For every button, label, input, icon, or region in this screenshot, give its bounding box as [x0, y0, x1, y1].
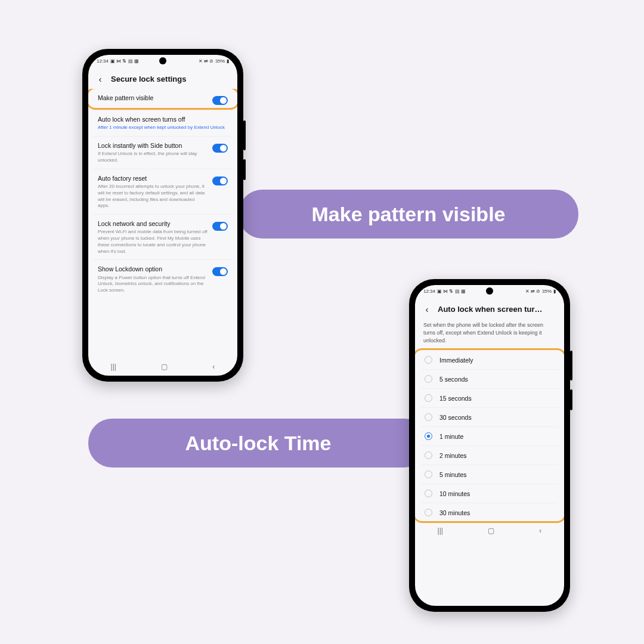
option-label: 2 minutes	[439, 452, 467, 459]
status-bar: 12:34 ▣ ⋈ ⇅ ▤ ▦ ✕ ⇄ ⊘ 35% ▮	[415, 285, 564, 298]
row-label: Lock network and security	[98, 219, 208, 228]
row-lock-network-security[interactable]: Lock network and security Prevent Wi-Fi …	[93, 215, 233, 260]
settings-list: Make pattern visible Auto lock when scre…	[88, 89, 237, 358]
radio-icon[interactable]	[425, 509, 432, 516]
row-label: Lock instantly with Side button	[98, 141, 208, 150]
row-label: Auto lock when screen turns off	[98, 115, 228, 123]
row-make-pattern-visible[interactable]: Make pattern visible	[93, 89, 233, 110]
row-show-lockdown-option[interactable]: Show Lockdown option Display a Power but…	[93, 260, 233, 299]
phone-screen: 12:34 ▣ ⋈ ⇅ ▤ ▦ ✕ ⇄ ⊘ 35% ▮ ‹ Secure loc…	[88, 55, 237, 376]
row-description: If Extend Unlock is in effect, the phone…	[98, 151, 208, 164]
option-5-seconds[interactable]: 5 seconds	[421, 370, 558, 389]
toggle-switch[interactable]	[212, 96, 228, 105]
back-icon[interactable]: ‹	[422, 304, 432, 314]
status-left-icons: ▣ ⋈ ⇅ ▤ ▦	[437, 289, 466, 294]
intro-text: Set when the phone will be locked after …	[415, 319, 564, 351]
navigation-bar: ||| ▢ ‹	[415, 522, 564, 540]
option-label: Immediately	[439, 357, 473, 364]
header: ‹ Secure lock settings	[88, 68, 237, 89]
option-label: 30 minutes	[439, 509, 470, 516]
row-auto-lock[interactable]: Auto lock when screen turns off After 1 …	[93, 110, 233, 137]
phone-auto-lock: 12:34 ▣ ⋈ ⇅ ▤ ▦ ✕ ⇄ ⊘ 35% ▮ ‹ Auto lock …	[409, 279, 570, 612]
row-label: Show Lockdown option	[98, 265, 208, 273]
row-auto-factory-reset[interactable]: Auto factory reset After 20 incorrect at…	[93, 169, 233, 215]
callout-text: Make pattern visible	[311, 203, 505, 226]
callout-make-pattern-visible: Make pattern visible	[239, 190, 578, 239]
status-battery: 35%	[542, 289, 552, 294]
auto-lock-options: Immediately 5 seconds 15 seconds 30 seco…	[415, 351, 564, 522]
row-description: Prevent Wi-Fi and mobile data from being…	[98, 229, 208, 255]
row-description: Display a Power button option that turns…	[98, 275, 208, 294]
option-30-minutes[interactable]: 30 minutes	[421, 503, 558, 522]
row-description: After 1 minute except when kept unlocked…	[98, 125, 228, 131]
camera-hole	[159, 57, 166, 64]
status-right-icons: ✕ ⇄ ⊘	[525, 289, 540, 294]
option-15-seconds[interactable]: 15 seconds	[421, 389, 558, 408]
nav-back-icon[interactable]: ‹	[212, 363, 215, 371]
status-time: 12:34	[97, 59, 109, 64]
option-5-minutes[interactable]: 5 minutes	[421, 465, 558, 484]
radio-icon[interactable]	[425, 356, 432, 364]
option-label: 5 minutes	[439, 471, 467, 478]
status-time: 12:34	[423, 289, 435, 294]
header: ‹ Auto lock when screen tur…	[415, 298, 564, 319]
option-30-seconds[interactable]: 30 seconds	[421, 408, 558, 427]
page-title: Secure lock settings	[111, 75, 229, 83]
side-button	[570, 389, 572, 410]
radio-icon[interactable]	[425, 451, 432, 459]
radio-icon[interactable]	[425, 432, 432, 440]
option-2-minutes[interactable]: 2 minutes	[421, 446, 558, 465]
nav-recents-icon[interactable]: |||	[438, 527, 443, 535]
toggle-switch[interactable]	[212, 177, 228, 185]
option-1-minute[interactable]: 1 minute	[421, 427, 558, 446]
radio-icon[interactable]	[425, 470, 432, 478]
option-label: 5 seconds	[439, 376, 468, 383]
radio-icon[interactable]	[425, 394, 432, 402]
nav-home-icon[interactable]: ▢	[161, 363, 168, 371]
nav-recents-icon[interactable]: |||	[111, 363, 116, 371]
option-label: 1 minute	[439, 433, 463, 440]
page-title: Auto lock when screen tur…	[438, 305, 556, 314]
status-battery: 35%	[215, 59, 225, 64]
option-immediately[interactable]: Immediately	[421, 351, 558, 370]
option-label: 30 seconds	[439, 414, 472, 421]
navigation-bar: ||| ▢ ‹	[88, 358, 237, 376]
status-right-icons: ✕ ⇄ ⊘	[199, 59, 213, 64]
option-label: 15 seconds	[439, 395, 472, 402]
battery-icon: ▮	[553, 289, 556, 294]
option-10-minutes[interactable]: 10 minutes	[421, 484, 558, 503]
row-label: Make pattern visible	[98, 94, 208, 102]
radio-icon[interactable]	[425, 413, 432, 421]
camera-hole	[486, 287, 493, 295]
phone-screen: 12:34 ▣ ⋈ ⇅ ▤ ▦ ✕ ⇄ ⊘ 35% ▮ ‹ Auto lock …	[415, 285, 564, 606]
side-button	[243, 159, 246, 180]
row-lock-instantly[interactable]: Lock instantly with Side button If Exten…	[93, 137, 233, 169]
nav-home-icon[interactable]: ▢	[488, 527, 494, 535]
status-bar: 12:34 ▣ ⋈ ⇅ ▤ ▦ ✕ ⇄ ⊘ 35% ▮	[88, 55, 237, 68]
nav-back-icon[interactable]: ‹	[539, 527, 541, 535]
status-left-icons: ▣ ⋈ ⇅ ▤ ▦	[110, 59, 139, 64]
option-label: 10 minutes	[439, 490, 470, 497]
side-button	[570, 351, 572, 380]
radio-icon[interactable]	[425, 375, 432, 383]
side-button	[243, 120, 246, 150]
callout-text: Auto-lock Time	[185, 432, 332, 455]
phone-secure-lock-settings: 12:34 ▣ ⋈ ⇅ ▤ ▦ ✕ ⇄ ⊘ 35% ▮ ‹ Secure loc…	[82, 49, 243, 382]
battery-icon: ▮	[227, 59, 229, 64]
back-icon[interactable]: ‹	[95, 74, 105, 84]
toggle-switch[interactable]	[212, 267, 228, 276]
toggle-switch[interactable]	[212, 222, 228, 231]
row-label: Auto factory reset	[98, 174, 208, 182]
toggle-switch[interactable]	[212, 144, 228, 153]
row-description: After 20 incorrect attempts to unlock yo…	[98, 184, 208, 209]
callout-auto-lock-time: Auto-lock Time	[88, 419, 428, 467]
radio-icon[interactable]	[425, 490, 432, 497]
